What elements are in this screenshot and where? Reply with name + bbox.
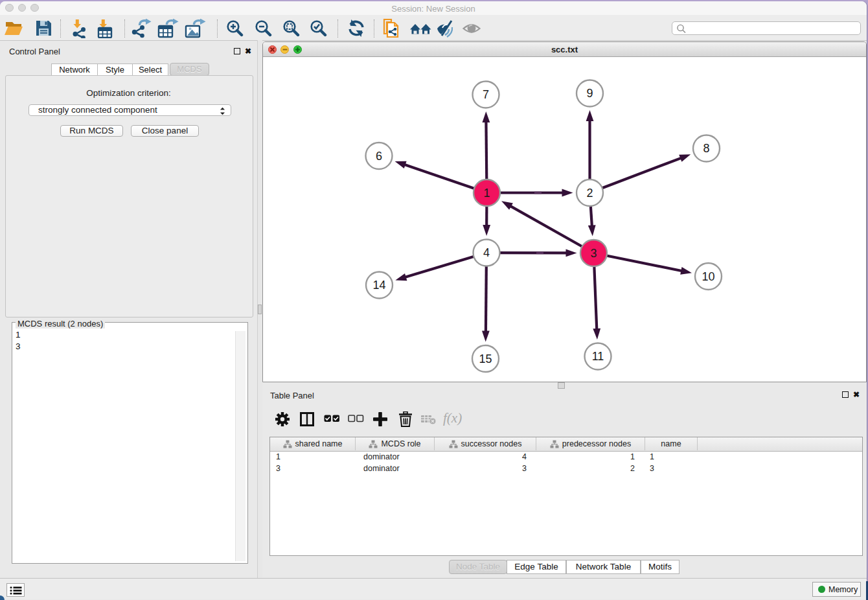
svg-text:1: 1 xyxy=(483,186,490,199)
svg-text:15: 15 xyxy=(479,352,492,365)
svg-text:9: 9 xyxy=(586,87,593,100)
svg-text:14: 14 xyxy=(372,279,385,292)
svg-text:10: 10 xyxy=(702,270,714,283)
svg-text:4: 4 xyxy=(483,246,489,259)
svg-text:3: 3 xyxy=(590,246,597,259)
svg-text:2: 2 xyxy=(586,186,593,199)
svg-text:7: 7 xyxy=(482,88,488,101)
svg-text:6: 6 xyxy=(375,149,382,162)
svg-text:11: 11 xyxy=(591,350,604,363)
svg-text:8: 8 xyxy=(703,142,709,155)
